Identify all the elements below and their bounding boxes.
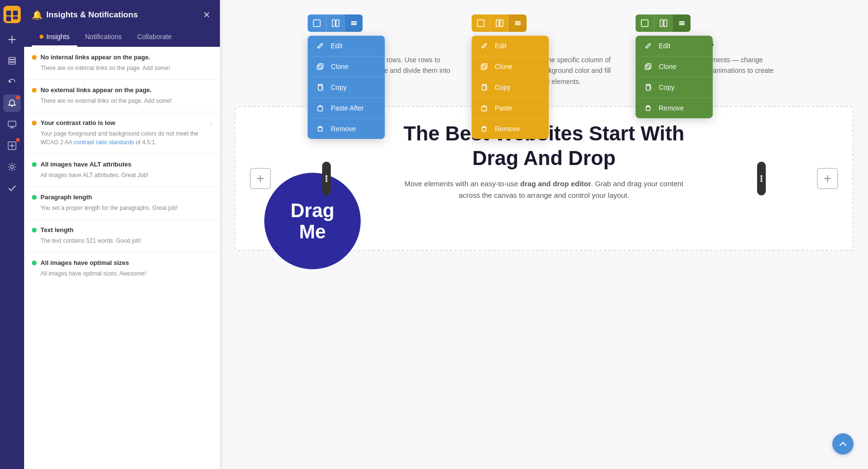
svg-rect-32 xyxy=(515,21,521,22)
svg-rect-2 xyxy=(13,11,18,15)
svg-rect-27 xyxy=(318,107,323,111)
status-dot-green xyxy=(32,195,37,200)
panel-header: 🔔 Insights & Notifications ✕ Insights No… xyxy=(24,0,220,47)
copy-icon xyxy=(643,83,653,92)
clone-icon xyxy=(315,62,325,71)
svg-rect-4 xyxy=(13,16,18,19)
status-dot-yellow xyxy=(32,88,37,93)
notification-badge xyxy=(16,96,20,99)
clone-icon xyxy=(479,62,489,71)
col-btn-layout2[interactable] xyxy=(490,14,508,32)
insight-contrast-ratio: Your contrast ratio is low › Your page f… xyxy=(24,112,220,154)
svg-rect-22 xyxy=(351,24,357,25)
notifications-icon[interactable] xyxy=(3,95,21,112)
svg-rect-3 xyxy=(6,16,11,21)
add-column-right-button[interactable] xyxy=(817,168,838,189)
trash-icon xyxy=(315,124,325,134)
elem-copy-item[interactable]: Copy xyxy=(636,77,713,98)
flag-icon[interactable] xyxy=(3,137,21,154)
sidebar xyxy=(0,0,24,469)
insight-text-length: Text length The text contains 521 words.… xyxy=(24,220,220,252)
svg-rect-18 xyxy=(332,20,335,27)
tab-collaborate[interactable]: Collaborate xyxy=(130,28,180,47)
elem-clone-item[interactable]: Clone xyxy=(636,56,713,77)
elem-edit-item[interactable]: Edit xyxy=(636,36,713,56)
row-paste-after-item[interactable]: Paste After xyxy=(308,98,385,119)
svg-rect-17 xyxy=(313,20,320,27)
chevron-down-icon[interactable]: › xyxy=(210,119,212,127)
layers-icon[interactable] xyxy=(3,52,21,69)
svg-rect-1 xyxy=(6,11,11,15)
row-edit-item[interactable]: Edit xyxy=(308,36,385,56)
column-dropdown: Edit Clone Copy xyxy=(472,36,549,139)
svg-rect-35 xyxy=(481,65,486,69)
svg-rect-25 xyxy=(319,64,323,68)
insight-internal-links: No internal links appear on the page. Th… xyxy=(24,47,220,80)
undo-icon[interactable] xyxy=(3,73,21,91)
elem-remove-item[interactable]: Remove xyxy=(636,98,713,118)
svg-point-16 xyxy=(11,166,14,168)
svg-rect-36 xyxy=(483,64,487,68)
element-dropdown: Edit Clone Copy xyxy=(636,36,713,118)
status-dot-yellow xyxy=(32,55,37,60)
svg-rect-30 xyxy=(496,20,499,27)
svg-rect-41 xyxy=(660,20,663,27)
add-column-left-button[interactable] xyxy=(250,168,271,189)
tab-notifications[interactable]: Notifications xyxy=(77,28,129,47)
svg-rect-33 xyxy=(515,23,521,24)
svg-point-54 xyxy=(326,180,327,182)
elem-btn-layout2[interactable] xyxy=(654,14,672,32)
drag-handle-right[interactable] xyxy=(757,162,766,195)
insight-alt-attributes: All images have ALT attributes All image… xyxy=(24,154,220,187)
svg-rect-40 xyxy=(641,20,648,27)
col-btn-menu[interactable] xyxy=(508,14,527,32)
insights-panel: 🔔 Insights & Notifications ✕ Insights No… xyxy=(24,0,220,469)
svg-point-52 xyxy=(326,175,327,177)
row-control-group: Edit Clone Copy xyxy=(308,14,452,87)
hero-subtext: Move elements with an easy-to-use drag a… xyxy=(399,178,689,201)
elem-btn-menu[interactable] xyxy=(672,14,691,32)
row-btn-layout1[interactable] xyxy=(308,14,326,32)
status-dot-green xyxy=(32,228,37,233)
svg-rect-46 xyxy=(645,65,650,69)
insight-paragraph-length: Paragraph length You set a proper length… xyxy=(24,187,220,220)
svg-rect-47 xyxy=(647,64,651,68)
svg-rect-39 xyxy=(482,127,486,131)
row-toolbar xyxy=(308,14,363,32)
gear-icon[interactable] xyxy=(3,158,21,176)
bold-text: drag and drop editor xyxy=(520,179,591,188)
svg-rect-10 xyxy=(8,121,16,126)
col-btn-layout1[interactable] xyxy=(472,14,490,32)
elem-btn-layout1[interactable] xyxy=(636,14,654,32)
col-edit-item[interactable]: Edit xyxy=(472,36,549,56)
paste-icon xyxy=(479,103,489,113)
element-toolbar xyxy=(636,14,691,32)
scroll-to-top-button[interactable] xyxy=(832,433,854,455)
row-btn-menu[interactable] xyxy=(344,14,363,32)
monitor-icon[interactable] xyxy=(3,116,21,133)
row-remove-item[interactable]: Remove xyxy=(308,119,385,139)
tab-insights[interactable]: Insights xyxy=(32,28,77,47)
svg-rect-7 xyxy=(9,57,15,59)
col-clone-item[interactable]: Clone xyxy=(472,56,549,77)
panel-close-button[interactable]: ✕ xyxy=(201,8,212,22)
row-copy-item[interactable]: Copy xyxy=(308,77,385,98)
svg-rect-21 xyxy=(351,23,357,24)
svg-rect-28 xyxy=(318,127,322,131)
row-clone-item[interactable]: Clone xyxy=(308,56,385,77)
col-copy-item[interactable]: Copy xyxy=(472,77,549,98)
drag-handle-left[interactable] xyxy=(322,162,331,195)
col-remove-item[interactable]: Remove xyxy=(472,119,549,139)
contrast-link[interactable]: contrast ratio standards xyxy=(74,139,134,146)
add-page-icon[interactable] xyxy=(3,31,21,48)
copy-icon xyxy=(479,83,489,92)
col-paste-item[interactable]: Paste xyxy=(472,98,549,119)
insight-external-links: No external links appear on the page. Th… xyxy=(24,80,220,112)
trash-icon xyxy=(643,103,653,113)
svg-rect-8 xyxy=(9,60,15,62)
svg-rect-45 xyxy=(679,24,685,25)
app-logo[interactable] xyxy=(3,6,21,23)
check-icon[interactable] xyxy=(3,179,21,197)
drag-me-circle[interactable]: DragMe xyxy=(264,173,361,269)
row-btn-layout2[interactable] xyxy=(326,14,344,32)
